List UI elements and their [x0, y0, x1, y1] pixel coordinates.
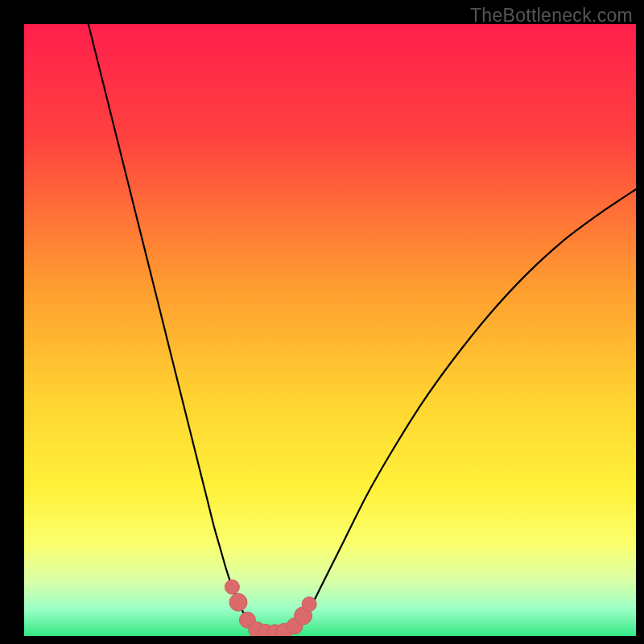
watermark-text: TheBottleneck.com: [470, 5, 633, 27]
chart-canvas: [24, 24, 636, 636]
marker-dot: [225, 580, 239, 594]
gradient-background: [24, 24, 636, 636]
chart-frame: TheBottleneck.com: [0, 0, 644, 644]
marker-dot: [302, 597, 316, 611]
marker-dot: [229, 593, 247, 611]
plot-area: [24, 24, 636, 636]
